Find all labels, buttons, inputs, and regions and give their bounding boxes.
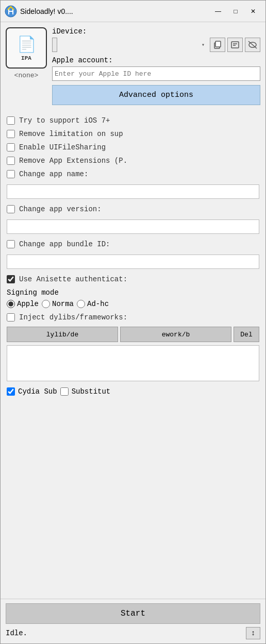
radio-normal[interactable] [42,300,50,308]
main-window: Sideloadly! v0.... — □ ✕ 📄 IPA <none> iD… [0,0,266,644]
ipa-icon[interactable]: 📄 IPA [6,27,47,69]
ios7-checkbox[interactable] [7,116,15,125]
appname-row: Change app name: [7,170,259,178]
bottom-bar: Start Idle. ↕ [1,599,265,643]
status-text: Idle. [6,629,27,637]
extensions-row: Remove App Extensions (P. [7,157,259,165]
limit-row: Remove limitation on sup [7,130,259,138]
minimize-button[interactable]: — [210,4,226,19]
limit-label: Remove limitation on sup [19,130,123,138]
info-icon [230,40,240,49]
bundleid-row: Change app bundle ID: [7,240,259,248]
extensions-checkbox[interactable] [7,157,15,165]
anisette-row: Use Anisette authenticat: [7,275,259,283]
inject-checkbox[interactable] [7,313,15,321]
hide-button[interactable] [245,38,260,52]
dropdown-arrow-icon: ▾ [202,42,205,48]
close-button[interactable]: ✕ [245,4,261,19]
right-panel: iDevice: ▾ [52,27,260,107]
radio-adhoc-label: Ad-hc [87,300,109,308]
radio-normal-group: Norma [42,300,74,308]
options-area: Try to support iOS 7+ Remove limitation … [1,112,265,599]
appname-input[interactable] [7,184,259,199]
inject-row: Inject dylibs/frameworks: [7,313,259,321]
signing-mode-row: Apple Norma Ad-hc [7,300,259,308]
svg-rect-3 [231,42,239,48]
svg-rect-2 [215,41,221,47]
ios7-row: Try to support iOS 7+ [7,116,259,125]
app-icon [5,5,17,18]
bundleid-checkbox[interactable] [7,240,15,248]
appversion-input[interactable] [7,219,259,234]
advanced-options-button[interactable]: Advanced options [52,85,260,105]
delete-dylib-button[interactable]: Del [234,327,259,342]
ipa-area: 📄 IPA <none> [6,27,47,107]
add-framework-button[interactable]: ework/b [120,327,231,342]
apple-account-wrapper [52,66,260,85]
window-title: Sideloadly! v0.... [20,7,209,15]
titlebar: Sideloadly! v0.... — □ ✕ [1,1,265,22]
cydia-substrate-checkbox[interactable] [7,387,15,396]
dylib-textarea[interactable] [7,345,259,381]
device-dropdown-wrapper: ▾ [52,38,208,52]
appversion-label: Change app version: [19,205,102,213]
substitute-label: Substitut [72,387,111,396]
filesharing-row: Enable UIFileSharing [7,143,259,151]
appversion-row: Change app version: [7,205,259,213]
radio-apple[interactable] [7,300,15,308]
info-button[interactable] [227,38,243,52]
copy-icon [213,40,222,49]
bundleid-input[interactable] [7,255,259,269]
idevice-label: iDevice: [52,27,260,36]
radio-apple-group: Apple [7,300,39,308]
limit-checkbox[interactable] [7,130,15,138]
hide-icon [247,40,258,49]
add-dylib-button[interactable]: lylib/de [7,327,118,342]
anisette-checkbox[interactable] [7,275,15,283]
copy-button[interactable] [210,38,225,52]
sort-icon: ↕ [251,629,255,637]
substrate-row: Cydia Sub Substitut [7,387,259,396]
appname-label: Change app name: [19,170,88,178]
radio-adhoc-group: Ad-hc [77,300,109,308]
filesharing-checkbox[interactable] [7,143,15,151]
radio-adhoc[interactable] [77,300,85,308]
apple-account-input[interactable] [52,66,260,81]
anisette-label: Use Anisette authenticat: [19,275,127,283]
none-label: <none> [14,72,39,79]
extensions-label: Remove App Extensions (P. [19,157,127,165]
appversion-checkbox[interactable] [7,205,15,213]
appname-checkbox[interactable] [7,170,15,178]
bundleid-label: Change app bundle ID: [19,240,110,248]
radio-apple-label: Apple [17,300,39,308]
cydia-substrate-label: Cydia Sub [18,387,57,396]
substitute-checkbox[interactable] [60,387,69,396]
dylib-buttons-row: lylib/de ework/b Del [7,327,259,342]
maximize-button[interactable]: □ [227,4,244,19]
ios7-label: Try to support iOS 7+ [19,116,110,125]
filesharing-label: Enable UIFileSharing [19,143,106,151]
radio-normal-label: Norma [52,300,74,308]
idevice-dropdown[interactable] [52,38,57,52]
ipa-label: IPA [21,55,31,61]
inject-label: Inject dylibs/frameworks: [19,313,127,321]
signing-mode-label: Signing mode [7,289,259,297]
status-bar: Idle. ↕ [6,627,260,639]
sort-icon-button[interactable]: ↕ [246,627,260,639]
apple-account-label: Apple account: [52,56,260,64]
main-content: 📄 IPA <none> iDevice: ▾ [1,22,265,112]
idevice-row: ▾ [52,38,260,52]
start-button[interactable]: Start [6,603,260,624]
document-icon: 📄 [17,35,36,54]
